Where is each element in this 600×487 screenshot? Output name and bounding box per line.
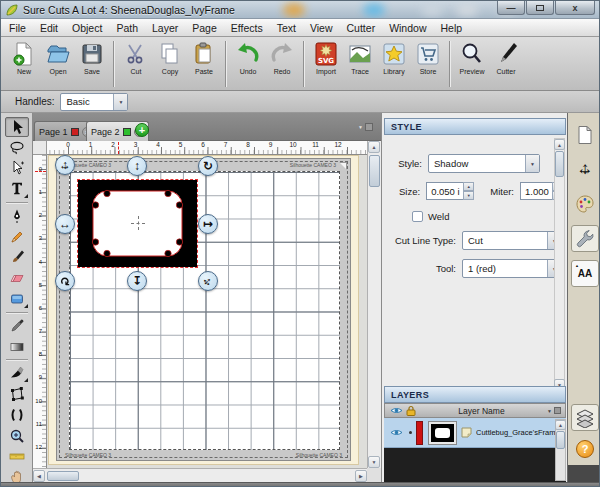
menu-file[interactable]: File xyxy=(9,22,26,34)
style-dropdown[interactable]: Shadow ▼ xyxy=(428,154,540,173)
library-button[interactable]: Library xyxy=(378,39,410,87)
canvas[interactable]: Silhouette CAMEO 3 Silhouette CAMEO 3 Si… xyxy=(47,155,367,468)
menu-path[interactable]: Path xyxy=(116,22,138,34)
menu-cutter[interactable]: Cutter xyxy=(347,22,376,34)
move-handle[interactable]: ↔ ↕ xyxy=(55,155,75,175)
rotate-handle[interactable]: ↻ xyxy=(198,156,218,176)
tool-dropdown[interactable]: 1 (red) ▼ xyxy=(462,259,562,278)
scroll-up-icon[interactable]: ▲ xyxy=(368,141,380,153)
add-page-button[interactable]: + xyxy=(135,123,149,137)
tool-pencil-button[interactable] xyxy=(5,227,29,247)
tool-shape-button[interactable] xyxy=(5,289,29,309)
layer-visibility-eye-icon[interactable] xyxy=(390,428,403,437)
page-color-swatch[interactable] xyxy=(71,128,79,136)
maximize-button[interactable] xyxy=(526,1,554,15)
tool-eraser-button[interactable] xyxy=(5,268,29,288)
stretch-right-handle[interactable]: ↦ xyxy=(198,214,218,234)
paste-button[interactable]: Paste xyxy=(188,39,220,87)
lock-state-dot[interactable] xyxy=(409,431,412,434)
menu-text[interactable]: Text xyxy=(277,22,296,34)
vertical-scrollbar[interactable]: ▲ ▼ xyxy=(367,141,381,468)
preview-button[interactable]: Preview xyxy=(456,39,488,87)
scroll-down-icon[interactable]: ▼ xyxy=(368,456,380,468)
tool-distort-button[interactable] xyxy=(5,384,29,404)
resize-diagonal-handle[interactable]: ↔ ↕ xyxy=(198,271,218,291)
tab-menu-icon[interactable]: ▼ xyxy=(358,123,373,131)
tool-pen-button[interactable] xyxy=(5,206,29,226)
tool-ruler-button[interactable] xyxy=(5,447,29,467)
store-button[interactable]: Store xyxy=(412,39,444,87)
scroll-right-icon[interactable]: ▶ xyxy=(355,470,367,482)
cut-line-type-dropdown[interactable]: Cut ▼ xyxy=(462,231,562,250)
copy-button[interactable]: Copy xyxy=(154,39,186,87)
layer-row[interactable]: Cuttlebug_Grace'sFrame... xyxy=(384,418,566,448)
cut-button[interactable]: Cut xyxy=(120,39,152,87)
tool-brush-button[interactable] xyxy=(5,248,29,268)
scroll-left-icon[interactable]: ◀ xyxy=(33,470,45,482)
undo-button[interactable]: Undo xyxy=(232,39,264,87)
open-button[interactable]: Open xyxy=(42,39,74,87)
scrollbar-thumb[interactable] xyxy=(555,151,564,177)
brush-icon xyxy=(9,249,25,265)
text-panel-button[interactable]: ▲ AA xyxy=(571,260,599,287)
tool-direct-selection-button[interactable] xyxy=(5,159,29,179)
menu-help[interactable]: Help xyxy=(440,22,462,34)
menu-effects[interactable]: Effects xyxy=(231,22,263,34)
tool-lasso-button[interactable] xyxy=(5,138,29,158)
tool-mirror-button[interactable] xyxy=(5,405,29,425)
weld-checkbox[interactable] xyxy=(412,211,423,222)
ruler-number: 8 xyxy=(33,350,42,358)
layers-menu-icon[interactable]: ▼ xyxy=(547,407,561,414)
tool-zoom-button[interactable] xyxy=(5,426,29,446)
new-button[interactable]: New xyxy=(8,39,40,87)
layers-scrollbar[interactable]: ▲ xyxy=(555,419,566,481)
minimize-button[interactable]: — xyxy=(497,1,525,15)
scroll-up-icon[interactable]: ▲ xyxy=(555,420,566,430)
fill-stroke-panel-button[interactable] xyxy=(571,190,599,217)
close-button[interactable]: x xyxy=(555,1,595,15)
help-button[interactable]: ? xyxy=(571,435,599,462)
style-panel-button[interactable] xyxy=(571,225,599,252)
size-spinner[interactable]: ▲ ▼ xyxy=(463,182,474,200)
size-input[interactable]: 0.050 i ▲ ▼ xyxy=(426,182,474,200)
resize-width-handle[interactable]: ↔ xyxy=(55,214,75,234)
tool-text-button[interactable] xyxy=(5,179,29,199)
scroll-up-icon[interactable]: ▲ xyxy=(554,139,565,150)
import-button[interactable]: SVG Import xyxy=(310,39,342,87)
position-panel-button[interactable]: ↔↕ xyxy=(571,155,599,182)
menu-view[interactable]: View xyxy=(310,22,333,34)
stretch-down-handle[interactable]: ↧ xyxy=(127,271,147,291)
page-color-swatch[interactable] xyxy=(123,128,131,136)
handles-dropdown[interactable]: Basic ▼ xyxy=(60,93,128,111)
cutter-button[interactable]: Cutter xyxy=(490,39,522,87)
new-document-icon xyxy=(11,41,37,67)
scrollbar-thumb[interactable] xyxy=(369,155,380,187)
rotate-handle[interactable]: ↻ xyxy=(55,271,75,291)
scrollbar-thumb[interactable] xyxy=(47,471,79,481)
layer-color-bar[interactable] xyxy=(416,421,423,445)
layers-panel-button[interactable] xyxy=(571,404,599,431)
tool-selection-button[interactable] xyxy=(5,117,29,137)
menu-edit[interactable]: Edit xyxy=(40,22,58,34)
spin-up-icon[interactable]: ▲ xyxy=(463,182,474,191)
document-panel-button[interactable] xyxy=(571,121,599,148)
menu-object[interactable]: Object xyxy=(72,22,102,34)
style-panel-scrollbar[interactable]: ▲ ▼ xyxy=(554,138,565,391)
visibility-eye-icon[interactable] xyxy=(390,406,403,415)
spin-down-icon[interactable]: ▼ xyxy=(463,191,474,200)
menu-layer[interactable]: Layer xyxy=(152,22,178,34)
scrollbar-thumb[interactable] xyxy=(556,431,565,449)
layer-thumbnail[interactable] xyxy=(429,422,456,444)
resize-height-handle[interactable]: ↕ xyxy=(127,156,147,176)
menu-window[interactable]: Window xyxy=(389,22,426,34)
flyout-indicator xyxy=(24,378,28,382)
horizontal-scrollbar[interactable]: ◀ ▶ xyxy=(33,468,367,482)
save-button[interactable]: Save xyxy=(76,39,108,87)
tool-knife-button[interactable] xyxy=(5,363,29,383)
lock-icon[interactable] xyxy=(406,405,416,416)
tool-gradient-button[interactable] xyxy=(5,337,29,357)
trace-button[interactable]: Trace xyxy=(344,39,376,87)
redo-button[interactable]: Redo xyxy=(266,39,298,87)
tool-eyedropper-button[interactable] xyxy=(5,316,29,336)
menu-page[interactable]: Page xyxy=(192,22,217,34)
